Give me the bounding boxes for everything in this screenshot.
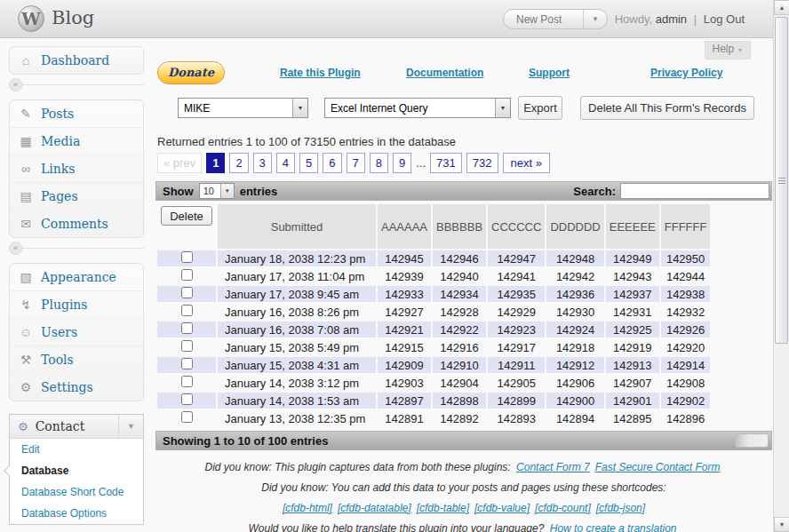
value-cell: 142900 bbox=[546, 393, 603, 409]
scroll-down-arrow-icon[interactable]: ▼ bbox=[774, 517, 789, 532]
value-cell: 142902 bbox=[661, 393, 711, 409]
row-checkbox[interactable] bbox=[181, 376, 193, 387]
sidebar-item-appearance[interactable]: ▧Appearance bbox=[10, 264, 143, 290]
value-cell: 142926 bbox=[661, 322, 711, 337]
row-checkbox-cell bbox=[157, 410, 216, 426]
pagination-page-8[interactable]: 8 bbox=[370, 153, 388, 173]
search-label: Search: bbox=[573, 185, 616, 198]
sidebar-item-tools[interactable]: ⚒Tools bbox=[10, 345, 143, 373]
collapse-menu-icon[interactable]: « bbox=[9, 78, 22, 91]
export-format-select[interactable]: Excel Internet Query ▼ bbox=[324, 98, 511, 118]
scrollbar-thumb[interactable] bbox=[775, 17, 788, 344]
row-checkbox[interactable] bbox=[181, 287, 193, 298]
pagination-page-732[interactable]: 732 bbox=[466, 153, 498, 173]
chevron-down-icon[interactable]: ▼ bbox=[118, 415, 143, 439]
pagination-page-6[interactable]: 6 bbox=[323, 153, 341, 173]
contact-submenu-item-database[interactable]: Database bbox=[10, 460, 143, 481]
help-button[interactable]: Help ▼ bbox=[705, 41, 751, 60]
shortcode-link-2[interactable]: [cfdb-table] bbox=[417, 502, 469, 514]
row-checkbox[interactable] bbox=[181, 305, 193, 316]
pagination-page-5[interactable]: 5 bbox=[299, 153, 318, 173]
row-checkbox[interactable] bbox=[181, 411, 193, 423]
value-cell: 142925 bbox=[606, 322, 659, 337]
search-input[interactable] bbox=[620, 183, 769, 199]
form-select[interactable]: MIKE ▼ bbox=[178, 98, 308, 118]
shortcode-link-0[interactable]: [cfdb-html] bbox=[283, 502, 332, 514]
wordpress-logo-icon: W bbox=[18, 5, 44, 32]
row-checkbox[interactable] bbox=[181, 393, 193, 405]
sidebar-item-media[interactable]: ▦Media bbox=[10, 127, 143, 155]
value-cell: 142895 bbox=[606, 410, 659, 426]
shortcode-link-3[interactable]: [cfdb-value] bbox=[474, 502, 530, 514]
sidebar-item-comments[interactable]: ✉Comments bbox=[10, 210, 143, 237]
row-checkbox[interactable] bbox=[181, 322, 193, 334]
site-title[interactable]: Blog bbox=[52, 7, 94, 28]
home-icon: ⌂ bbox=[19, 53, 33, 67]
row-checkbox[interactable] bbox=[181, 251, 193, 263]
table-row: January 14, 2038 3:12 pm1429031429041429… bbox=[157, 375, 710, 391]
documentation-link[interactable]: Documentation bbox=[406, 67, 483, 79]
translation-link[interactable]: How to create a translation bbox=[550, 522, 677, 532]
contact-submenu-item-database-short-code[interactable]: Database Short Code bbox=[10, 481, 143, 503]
pagination-page-4[interactable]: 4 bbox=[276, 153, 295, 173]
column-header-aaaaaa[interactable]: AAAAAA bbox=[378, 204, 431, 249]
column-header-bbbbbb[interactable]: BBBBBB bbox=[433, 204, 486, 249]
sidebar-item-posts[interactable]: ✎Posts bbox=[10, 100, 143, 127]
value-cell: 142938 bbox=[661, 286, 711, 302]
sidebar-item-links[interactable]: ∞Links bbox=[10, 155, 143, 182]
rate-plugin-link[interactable]: Rate this Plugin bbox=[280, 67, 361, 79]
privacy-policy-link[interactable]: Privacy Policy bbox=[650, 67, 722, 79]
scroll-up-arrow-icon[interactable]: ▲ bbox=[774, 0, 789, 15]
divider: | bbox=[694, 12, 697, 26]
pagination-page-731[interactable]: 731 bbox=[430, 153, 462, 173]
export-button[interactable]: Export bbox=[518, 96, 562, 120]
vertical-scrollbar[interactable]: ▲ ▼ bbox=[773, 0, 789, 532]
submitted-cell: January 14, 2038 1:53 am bbox=[218, 393, 376, 409]
support-link[interactable]: Support bbox=[529, 67, 570, 79]
shortcode-link-1[interactable]: [cfdb-datatable] bbox=[338, 502, 411, 514]
submitted-cell: January 16, 2038 7:08 am bbox=[218, 322, 376, 337]
value-cell: 142944 bbox=[661, 268, 711, 284]
footer-plugin-link-1[interactable]: Fast Secure Contact Form bbox=[595, 461, 721, 473]
pagination-page-1[interactable]: 1 bbox=[206, 153, 225, 173]
column-header-eeeeee[interactable]: EEEEEE bbox=[606, 204, 659, 249]
contact-submenu-item-database-options[interactable]: Database Options bbox=[10, 503, 143, 524]
shortcode-link-5[interactable]: [cfdb-json] bbox=[596, 502, 645, 514]
delete-all-records-button[interactable]: Delete All This Form's Records bbox=[580, 96, 754, 120]
column-header-ffffff[interactable]: FFFFFF bbox=[661, 204, 711, 249]
sidebar-item-dashboard[interactable]: ⌂Dashboard bbox=[10, 47, 143, 74]
footer-plugin-link-0[interactable]: Contact Form 7 bbox=[516, 461, 590, 473]
column-header-dddddd[interactable]: DDDDDD bbox=[546, 204, 603, 249]
delete-button[interactable]: Delete bbox=[161, 206, 212, 226]
pagination-page-7[interactable]: 7 bbox=[347, 153, 365, 173]
pagination-page-3[interactable]: 3 bbox=[253, 153, 272, 173]
shortcode-link-4[interactable]: [cfdb-count] bbox=[535, 502, 591, 514]
pagination-page-2[interactable]: 2 bbox=[229, 153, 248, 173]
value-cell: 142929 bbox=[488, 304, 545, 320]
value-cell: 142935 bbox=[488, 286, 545, 302]
contact-submenu-item-edit[interactable]: Edit bbox=[10, 439, 143, 460]
plugin-icon: ↯ bbox=[19, 298, 33, 312]
row-checkbox[interactable] bbox=[181, 269, 193, 281]
horizontal-scrollbar-thumb[interactable] bbox=[735, 433, 769, 448]
pagination-next-button[interactable]: next » bbox=[503, 153, 550, 173]
sidebar-item-contact[interactable]: ⚙ Contact ▼ bbox=[10, 415, 143, 439]
row-checkbox[interactable] bbox=[181, 358, 193, 369]
row-checkbox[interactable] bbox=[181, 340, 193, 352]
pagination-page-9[interactable]: 9 bbox=[393, 153, 411, 173]
page-length-select[interactable]: 10 ▼ bbox=[199, 183, 235, 199]
logout-link[interactable]: Log Out bbox=[704, 12, 745, 26]
column-header-submitted[interactable]: Submitted bbox=[218, 204, 376, 249]
sidebar-item-pages[interactable]: ▤Pages bbox=[10, 182, 143, 210]
sidebar-item-plugins[interactable]: ↯Plugins bbox=[10, 290, 143, 318]
value-cell: 142892 bbox=[433, 410, 486, 426]
chevron-down-icon[interactable]: ▼ bbox=[583, 10, 607, 28]
collapse-menu-icon[interactable]: « bbox=[9, 242, 22, 255]
username-link[interactable]: admin bbox=[656, 12, 687, 26]
sidebar-item-users[interactable]: ☺Users bbox=[10, 318, 143, 345]
column-header-cccccc[interactable]: CCCCCC bbox=[488, 204, 545, 249]
sidebar-item-settings[interactable]: ⚙Settings bbox=[10, 373, 143, 401]
delete-header-cell: Delete bbox=[157, 204, 216, 249]
new-post-button[interactable]: New Post ▼ bbox=[503, 9, 608, 29]
donate-button[interactable]: Donate bbox=[157, 61, 225, 84]
